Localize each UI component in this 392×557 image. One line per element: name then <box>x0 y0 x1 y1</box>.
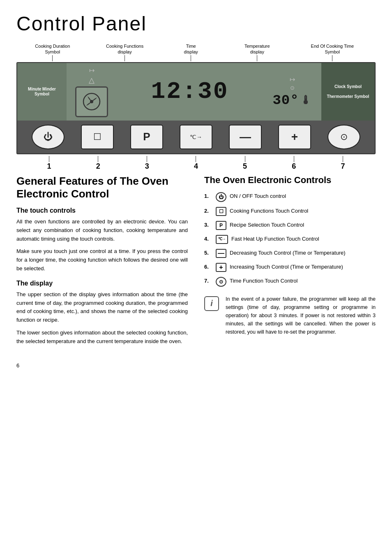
control-text-3: Recipe Selection Touch Control <box>230 221 304 229</box>
control-icon-5[interactable]: — <box>216 249 226 258</box>
button-7[interactable]: ⊙ <box>327 125 360 149</box>
label-time-display: Time display <box>161 43 221 61</box>
control-item-7: 7. ⊙ Time Function Touch Control <box>204 277 376 287</box>
control-text-7: Time Function Touch Control <box>230 277 297 285</box>
control-icon-7[interactable]: ⊙ <box>216 277 226 287</box>
fan-icon <box>81 91 102 112</box>
right-column: The Oven Electronic Controls 1. ⏻ ON / O… <box>204 175 376 350</box>
right-annotations: Clock Symbol Thermometer Symbol <box>321 63 375 121</box>
info-box: i In the event of a power failure, the p… <box>204 295 376 336</box>
control-item-1: 1. ⏻ ON / OFF Touch control <box>204 192 376 202</box>
minute-minder-area: Minute Minder Symbol <box>17 63 67 121</box>
control-number-1: 1. <box>204 192 212 200</box>
touch-controls-text1: All the oven functions are controlled by… <box>16 218 188 243</box>
svg-point-1 <box>90 100 93 103</box>
control-text-6: Increasing Touch Control (Time or Temper… <box>230 263 343 271</box>
oven-controls-title: The Oven Electronic Controls <box>204 175 376 186</box>
thermometer-symbol-label: Thermometer Symbol <box>325 94 371 99</box>
control-text-4: Fast Heat Up Function Touch Control <box>231 235 319 243</box>
button-number-7: 7 <box>326 162 359 171</box>
info-text: In the event of a power failure, the pro… <box>226 295 376 336</box>
display-text1: The upper section of the display gives i… <box>16 290 188 325</box>
cooking-functions-display <box>75 86 108 117</box>
label-cooking-duration: Cooking Duration Symbol <box>16 43 89 61</box>
control-number-2: 2. <box>204 207 212 215</box>
control-number-3: 3. <box>204 221 212 229</box>
upper-display: Minute Minder Symbol ↦ △ <box>17 63 375 121</box>
button-6[interactable]: + <box>278 125 311 149</box>
clock-icon: ⊙ <box>290 85 295 91</box>
control-text-1: ON / OFF Touch control <box>230 192 286 200</box>
button-4[interactable]: ℃→ <box>180 125 212 149</box>
lower-buttons: ⏻ ☐ P ℃→ — + ⊙ <box>17 121 375 153</box>
button-2[interactable]: ☐ <box>81 125 114 149</box>
button-5[interactable]: — <box>229 125 262 149</box>
control-icon-4[interactable]: ℃→ <box>216 235 228 244</box>
page-number: 6 <box>16 362 376 369</box>
control-icon-2[interactable]: ☐ <box>216 207 226 216</box>
label-cooking-functions: Cooking Functions display <box>89 43 161 61</box>
control-panel-diagram: Cooking Duration Symbol Cooking Function… <box>16 43 376 171</box>
control-item-3: 3. P Recipe Selection Touch Control <box>204 221 376 230</box>
button-3[interactable]: P <box>130 125 163 149</box>
button-number-3: 3 <box>131 162 164 171</box>
info-icon: i <box>204 296 219 311</box>
control-item-6: 6. + Increasing Touch Control (Time or T… <box>204 263 376 272</box>
control-icon-6[interactable]: + <box>216 263 226 272</box>
display-heading: The display <box>16 280 188 287</box>
button-number-5: 5 <box>228 162 261 171</box>
duration-symbol: △ <box>89 76 95 85</box>
button-number-6: 6 <box>277 162 310 171</box>
control-item-2: 2. ☐ Cooking Functions Touch Control <box>204 207 376 216</box>
control-item-5: 5. — Decreasing Touch Control (Time or T… <box>204 249 376 258</box>
label-temperature: Temperature display <box>221 43 293 61</box>
label-end-cooking: End Of Cooking Time Symbol <box>293 43 371 61</box>
panel-box: Minute Minder Symbol ↦ △ <box>16 62 376 154</box>
button-number-1: 1 <box>33 162 66 171</box>
touch-controls-text2: Make sure you touch just one control at … <box>16 247 188 273</box>
control-number-7: 7. <box>204 277 212 285</box>
general-features-title: General Features of The Oven Electronic … <box>16 175 188 200</box>
control-text-5: Decreasing Touch Control (Time or Temper… <box>230 249 346 257</box>
button-1[interactable]: ⏻ <box>32 125 65 149</box>
control-number-5: 5. <box>204 249 212 257</box>
display-text2: The lower section gives information abou… <box>16 329 188 346</box>
left-column: General Features of The Oven Electronic … <box>16 175 188 350</box>
button-number-4: 4 <box>180 162 212 171</box>
main-content: General Features of The Oven Electronic … <box>16 175 376 350</box>
control-text-2: Cooking Functions Touch Control <box>230 207 308 215</box>
temperature-display: 30° 🌡 <box>272 93 311 108</box>
time-display: 12:30 <box>151 80 228 104</box>
button-number-2: 2 <box>82 162 115 171</box>
control-icon-3[interactable]: P <box>216 221 226 230</box>
clock-symbol-label: Clock Symbol <box>325 84 371 89</box>
touch-controls-heading: The touch controls <box>16 207 188 214</box>
arrow-symbol: ↦ <box>89 66 95 74</box>
control-item-4: 4. ℃→ Fast Heat Up Function Touch Contro… <box>204 235 376 244</box>
control-number-4: 4. <box>204 235 212 243</box>
control-icon-1[interactable]: ⏻ <box>216 192 226 202</box>
right-arrow-symbol: ↦ <box>290 75 295 83</box>
minute-minder-label: Minute Minder Symbol <box>21 87 63 97</box>
page-title: Control Panel <box>16 12 376 35</box>
control-number-6: 6. <box>204 263 212 271</box>
thermometer-icon: 🌡 <box>300 93 312 107</box>
